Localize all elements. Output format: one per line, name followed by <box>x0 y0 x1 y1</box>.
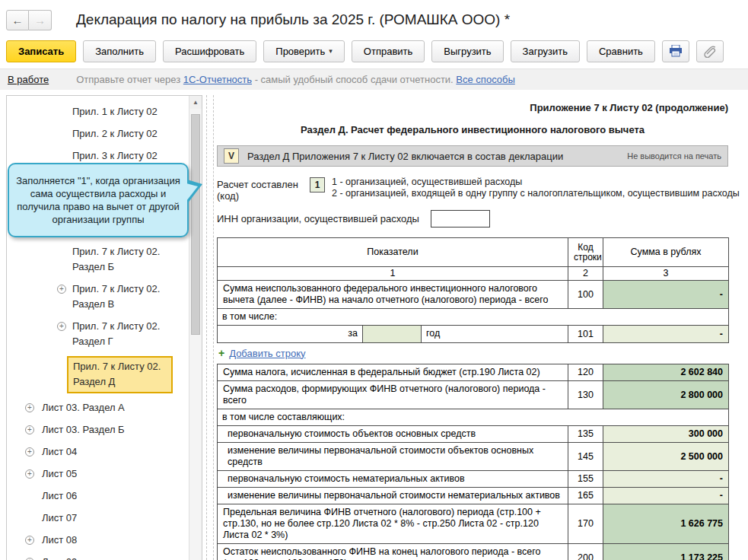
expand-icon[interactable]: + <box>25 536 34 545</box>
tooltip-tail-fill <box>186 183 198 201</box>
sidebar-item-label: Лист 03. Раздел А <box>42 402 125 413</box>
check-button-label: Проверить <box>275 46 325 57</box>
scroll-up-icon[interactable]: ▲ <box>189 96 202 109</box>
row-130-code: 130 <box>568 381 603 409</box>
sidebar-item-pril3-list02[interactable]: Прил. 3 к Листу 02 <box>7 148 202 164</box>
row-170-value-cell[interactable]: 1 626 775 <box>603 504 729 544</box>
row-101-year-field[interactable] <box>363 326 422 342</box>
table-row-200: Остаток неиспользованного ФИНВ на конец … <box>218 544 729 560</box>
hint-prefix: Отправьте отчет через <box>76 74 183 85</box>
row-200-label: Остаток неиспользованного ФИНВ на конец … <box>218 544 568 560</box>
row-130-value-cell[interactable]: 2 800 000 <box>603 381 729 409</box>
expand-icon[interactable]: + <box>25 447 34 457</box>
scrollbar-thumb[interactable] <box>191 114 200 335</box>
title-bar: ← → Декларация по налогу на прибыль за 2… <box>0 0 748 35</box>
sidebar-item-list07[interactable]: Лист 07 <box>7 511 202 526</box>
sidebar-item-label: Прил. 7 к Листу 02. Раздел В <box>72 283 160 310</box>
check-button[interactable]: Проверить ▾ <box>263 40 345 62</box>
expand-icon[interactable]: + <box>25 425 34 434</box>
add-icon: + <box>218 347 224 359</box>
panel-splitter[interactable] <box>206 95 214 560</box>
table-row-155: первоначальную стоимость нематериальных … <box>218 471 729 488</box>
colnum-3: 3 <box>603 267 729 281</box>
status-bar: В работе Отправьте отчет через 1С-Отчетн… <box>0 68 748 90</box>
fill-button[interactable]: Заполнить <box>83 40 156 62</box>
row-145-value-cell[interactable]: 2 500 000 <box>603 443 729 471</box>
row-165-value-cell[interactable]: - <box>603 488 729 504</box>
row-135-value-cell[interactable]: 300 000 <box>603 426 729 443</box>
row-155-value-cell[interactable]: - <box>603 471 729 488</box>
expand-icon[interactable]: + <box>57 285 66 294</box>
table-row-135: первоначальную стоимость объектов основн… <box>218 426 729 443</box>
sidebar-item-pril7-razdel-d-selected[interactable]: Прил. 7 к Листу 02. Раздел Д <box>67 356 173 393</box>
add-row-top: + Добавить строку <box>217 343 728 364</box>
sidebar-item-list03-razdel-b[interactable]: +Лист 03. Раздел Б <box>7 422 202 438</box>
table-span-row: в том числе: <box>218 309 729 326</box>
row-145-label: изменение величины первоначальной стоимо… <box>218 443 568 471</box>
table-row-100: Сумма неиспользованного федерального инв… <box>218 281 729 309</box>
row-120-code: 120 <box>568 364 603 381</box>
page-title: Декларация по налогу на прибыль за 2025 … <box>76 11 510 28</box>
table-row-165: изменение величины первоначальной стоимо… <box>218 488 729 504</box>
forward-button[interactable]: → <box>29 10 52 30</box>
colnum-1: 1 <box>218 267 568 281</box>
sidebar-scrollbar[interactable]: ▲ <box>189 96 202 560</box>
row-200-value-cell[interactable]: 1 173 225 <box>603 544 729 560</box>
sidebar-item-label: Лист 03. Раздел Б <box>42 424 125 435</box>
send-button[interactable]: Отправить <box>352 40 425 62</box>
status-state-link[interactable]: В работе <box>8 74 49 85</box>
sidebar-item-pril2-list02[interactable]: Прил. 2 к Листу 02 <box>7 126 202 142</box>
sidebar-item-list05[interactable]: +Лист 05 <box>7 466 202 482</box>
printer-icon <box>669 45 683 57</box>
row-101-value-cell[interactable]: - <box>603 326 729 343</box>
1c-reporting-link[interactable]: 1С-Отчетность <box>183 74 252 85</box>
hint-tooltip-text: Заполняется "1", когда организация сама … <box>16 175 180 225</box>
row-100-code: 100 <box>568 281 603 309</box>
toolbar: Записать Заполнить Расшифровать Проверит… <box>6 40 724 62</box>
back-button[interactable]: ← <box>6 10 29 30</box>
expand-icon[interactable]: + <box>25 403 34 412</box>
attach-button[interactable] <box>696 40 724 62</box>
add-row-link-top[interactable]: Добавить строку <box>229 348 305 359</box>
sidebar-item-list09[interactable]: +Лист 09 <box>7 555 202 560</box>
row-120-value-cell[interactable]: 2 602 840 <box>603 364 729 381</box>
sidebar-item-pril7-razdel-v[interactable]: +Прил. 7 к Листу 02. Раздел В <box>7 282 202 312</box>
compare-button[interactable]: Сравнить <box>587 40 655 62</box>
sidebar-item-pril1-list02[interactable]: Прил. 1 к Листу 02 <box>7 104 202 119</box>
sidebar-item-list08[interactable]: +Лист 08 <box>7 533 202 548</box>
section-title: Раздел Д. Расчет федерального инвестицио… <box>217 124 728 135</box>
calc-code-field[interactable]: 1 <box>310 177 325 192</box>
row-100-value-cell[interactable]: - <box>603 281 729 309</box>
sidebar-item-pril7-razdel-b[interactable]: Прил. 7 к Листу 02. Раздел Б <box>7 244 202 275</box>
sidebar-item-list06[interactable]: Лист 06 <box>7 488 202 504</box>
v-tom-chisle-label: в том числе: <box>218 309 729 326</box>
row-130-label: Сумма расходов, формирующих ФИНВ отчетно… <box>218 381 568 409</box>
table-row-120: Сумма налога, исчисленная в федеральный … <box>218 364 729 381</box>
all-ways-link[interactable]: Все способы <box>456 74 514 85</box>
colnum-2: 2 <box>568 267 603 281</box>
sidebar-item-label: Лист 04 <box>42 446 77 457</box>
inn-field[interactable] <box>431 210 490 228</box>
row-165-label: изменение величины первоначальной стоимо… <box>218 488 568 504</box>
hint-tooltip: Заполняется "1", когда организация сама … <box>8 163 189 237</box>
print-button[interactable] <box>662 40 689 62</box>
export-button[interactable]: Выгрузить <box>431 40 503 62</box>
back-arrow-icon: ← <box>12 14 24 27</box>
row-145-code: 145 <box>568 443 603 471</box>
sidebar-item-pril7-razdel-g[interactable]: +Прил. 7 к Листу 02. Раздел Г <box>7 319 202 349</box>
forward-arrow-icon: → <box>34 14 46 27</box>
row-155-code: 155 <box>568 471 603 488</box>
expand-icon[interactable]: + <box>25 469 34 479</box>
sidebar-item-list04[interactable]: +Лист 04 <box>7 444 202 460</box>
sidebar-item-list03-razdel-a[interactable]: +Лист 03. Раздел А <box>7 400 202 415</box>
explain-button[interactable]: Расшифровать <box>163 40 256 62</box>
table-row-101: за год 101 - <box>218 326 729 343</box>
row-101-code: 101 <box>568 326 603 343</box>
header-pokazateli: Показатели <box>218 238 568 267</box>
import-button[interactable]: Загрузить <box>511 40 580 62</box>
table-row-130: Сумма расходов, формирующих ФИНВ отчетно… <box>218 381 729 409</box>
save-button[interactable]: Записать <box>6 40 76 62</box>
include-checkbox[interactable]: V <box>224 148 239 164</box>
sidebar-item-label: Лист 05 <box>42 468 77 479</box>
expand-icon[interactable]: + <box>57 322 66 331</box>
